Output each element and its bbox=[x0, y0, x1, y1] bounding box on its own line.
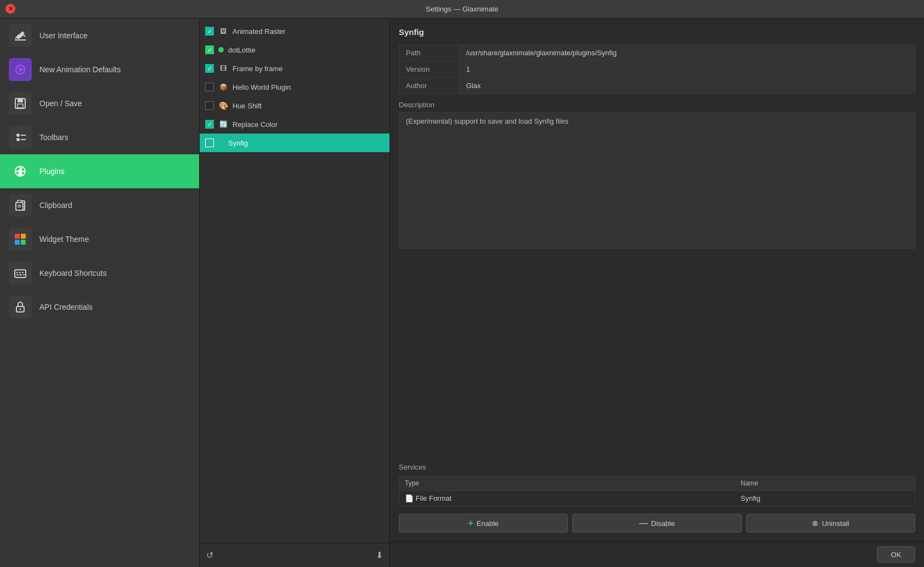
sidebar-item-api-credentials[interactable]: API Credentials bbox=[0, 290, 199, 324]
api-credentials-icon bbox=[9, 296, 32, 319]
sidebar-label-api-credentials: API Credentials bbox=[39, 303, 92, 311]
svg-rect-21 bbox=[15, 270, 26, 277]
service-type-label: File Format bbox=[416, 494, 452, 502]
sidebar-item-clipboard[interactable]: Clipboard bbox=[0, 188, 199, 222]
svg-rect-17 bbox=[15, 234, 20, 239]
sidebar-label-toolbars: Toolbars bbox=[39, 133, 68, 142]
plugin-icon-frame-by-frame: 🎞 bbox=[218, 63, 228, 73]
services-area: Services Type Name 📄 File Format bbox=[399, 463, 915, 506]
svg-rect-24 bbox=[22, 272, 24, 273]
path-label: Path bbox=[399, 45, 460, 61]
open-save-icon bbox=[9, 92, 32, 115]
sidebar-label-open-save: Open / Save bbox=[39, 99, 82, 108]
disable-label: Disable bbox=[651, 519, 675, 528]
plugin-item-hue-shift[interactable]: 🎨 Hue Shift bbox=[200, 96, 390, 115]
plugin-icon-animated-raster: 🖼 bbox=[218, 26, 228, 36]
plugin-icon-replace-color: 🔄 bbox=[218, 119, 228, 129]
download-icon[interactable]: ⬇ bbox=[376, 550, 383, 560]
service-name: Synfig bbox=[735, 491, 915, 506]
plugin-list-footer: ↺ ⬇ bbox=[200, 543, 390, 567]
sidebar-label-widget-theme: Widget Theme bbox=[39, 235, 89, 244]
sidebar-label-plugins: Plugins bbox=[39, 167, 65, 176]
svg-point-7 bbox=[16, 138, 20, 141]
services-col-name: Name bbox=[735, 476, 915, 491]
widget-theme-icon bbox=[9, 228, 32, 251]
plugin-name-animated-raster: Animated Raster bbox=[233, 27, 286, 36]
refresh-icon[interactable]: ↺ bbox=[206, 550, 213, 560]
disable-button[interactable]: — Disable bbox=[572, 514, 741, 533]
path-row: Path /usr/share/glaxnimate/glaxnimate/pl… bbox=[399, 45, 915, 61]
plugin-checkbox-hello-world[interactable] bbox=[205, 83, 214, 91]
plugins-icon bbox=[9, 160, 32, 183]
window-title: Settings — Glaxnimate bbox=[426, 5, 498, 13]
plugin-dot-synfig bbox=[218, 140, 224, 146]
plugin-checkbox-synfig[interactable] bbox=[205, 138, 214, 147]
svg-rect-26 bbox=[19, 274, 22, 275]
plugin-item-replace-color[interactable]: ✓ 🔄 Replace Color bbox=[200, 115, 390, 134]
path-value: /usr/share/glaxnimate/glaxnimate/plugins… bbox=[460, 45, 915, 61]
enable-icon: + bbox=[468, 518, 473, 528]
user-interface-icon bbox=[9, 24, 32, 47]
svg-rect-27 bbox=[23, 274, 25, 275]
sidebar-label-user-interface: User Interface bbox=[39, 31, 88, 40]
svg-rect-18 bbox=[21, 234, 26, 239]
service-type-icon: 📄 bbox=[405, 494, 416, 502]
author-row: Author Glax bbox=[399, 78, 915, 94]
title-bar: ✕ Settings — Glaxnimate bbox=[0, 0, 924, 19]
author-label: Author bbox=[399, 78, 460, 94]
sidebar-item-new-animation-defaults[interactable]: New Animation Defaults bbox=[0, 53, 199, 86]
author-value: Glax bbox=[460, 78, 915, 94]
close-button[interactable]: ✕ bbox=[5, 4, 15, 14]
svg-rect-25 bbox=[16, 274, 18, 275]
plugin-name-frame-by-frame: Frame by frame bbox=[233, 65, 283, 73]
clipboard-icon bbox=[9, 194, 32, 217]
plugin-checkbox-replace-color[interactable]: ✓ bbox=[205, 120, 214, 129]
ok-button[interactable]: OK bbox=[877, 546, 915, 563]
sidebar-item-keyboard-shortcuts[interactable]: Keyboard Shortcuts bbox=[0, 256, 199, 290]
sidebar-item-toolbars[interactable]: Toolbars bbox=[0, 120, 199, 154]
plugin-checkbox-frame-by-frame[interactable]: ✓ bbox=[205, 64, 214, 73]
svg-rect-4 bbox=[18, 99, 23, 102]
plugin-checkbox-hue-shift[interactable] bbox=[205, 101, 214, 110]
uninstall-button[interactable]: ⊗ Uninstall bbox=[746, 514, 915, 533]
enable-button[interactable]: + Enable bbox=[399, 514, 568, 533]
services-title: Services bbox=[399, 463, 915, 471]
svg-rect-13 bbox=[16, 202, 23, 210]
sidebar-item-open-save[interactable]: Open / Save bbox=[0, 86, 199, 120]
info-grid: Path /usr/share/glaxnimate/glaxnimate/pl… bbox=[399, 44, 915, 94]
new-animation-defaults-icon bbox=[9, 58, 32, 81]
plugin-item-hello-world[interactable]: 📦 Hello World Plugin bbox=[200, 78, 390, 96]
plugin-item-synfig[interactable]: Synfig bbox=[200, 134, 390, 152]
sidebar: User Interface New Animation Defaults Op… bbox=[0, 19, 200, 567]
plugin-checkbox-animated-raster[interactable]: ✓ bbox=[205, 27, 214, 36]
description-label: Description bbox=[399, 101, 915, 109]
services-col-type: Type bbox=[399, 476, 735, 491]
sidebar-item-user-interface[interactable]: User Interface bbox=[0, 19, 199, 53]
svg-point-11 bbox=[18, 169, 22, 173]
sidebar-item-plugins[interactable]: Plugins bbox=[0, 154, 199, 188]
svg-rect-23 bbox=[19, 272, 21, 273]
enable-label: Enable bbox=[476, 519, 498, 528]
plugin-detail-title: Synfig bbox=[399, 27, 915, 37]
plugin-item-dotlottie[interactable]: ✓ dotLottie bbox=[200, 40, 390, 59]
plugin-item-animated-raster[interactable]: ✓ 🖼 Animated Raster bbox=[200, 22, 390, 40]
plugin-item-frame-by-frame[interactable]: ✓ 🎞 Frame by frame bbox=[200, 59, 390, 78]
sidebar-item-widget-theme[interactable]: Widget Theme bbox=[0, 222, 199, 256]
svg-rect-19 bbox=[15, 240, 20, 245]
version-row: Version 1 bbox=[399, 61, 915, 78]
svg-rect-20 bbox=[21, 240, 26, 245]
plugin-name-replace-color: Replace Color bbox=[233, 120, 277, 129]
ok-bar: OK bbox=[390, 541, 924, 567]
plugin-name-hue-shift: Hue Shift bbox=[233, 102, 261, 110]
service-type: 📄 File Format bbox=[399, 491, 735, 506]
plugin-icon-hello-world: 📦 bbox=[218, 82, 228, 92]
description-block: Description (Experimental) support to sa… bbox=[399, 101, 915, 249]
sidebar-label-keyboard-shortcuts: Keyboard Shortcuts bbox=[39, 269, 107, 277]
action-bar: + Enable — Disable ⊗ Uninstall bbox=[399, 514, 915, 533]
plugin-list: ✓ 🖼 Animated Raster ✓ dotLottie ✓ 🎞 Fram… bbox=[200, 19, 390, 567]
description-value: (Experimental) support to save and load … bbox=[399, 112, 915, 249]
svg-rect-14 bbox=[18, 200, 21, 202]
svg-point-6 bbox=[16, 134, 20, 137]
svg-marker-2 bbox=[19, 67, 24, 72]
plugin-checkbox-dotlottie[interactable]: ✓ bbox=[205, 45, 214, 54]
